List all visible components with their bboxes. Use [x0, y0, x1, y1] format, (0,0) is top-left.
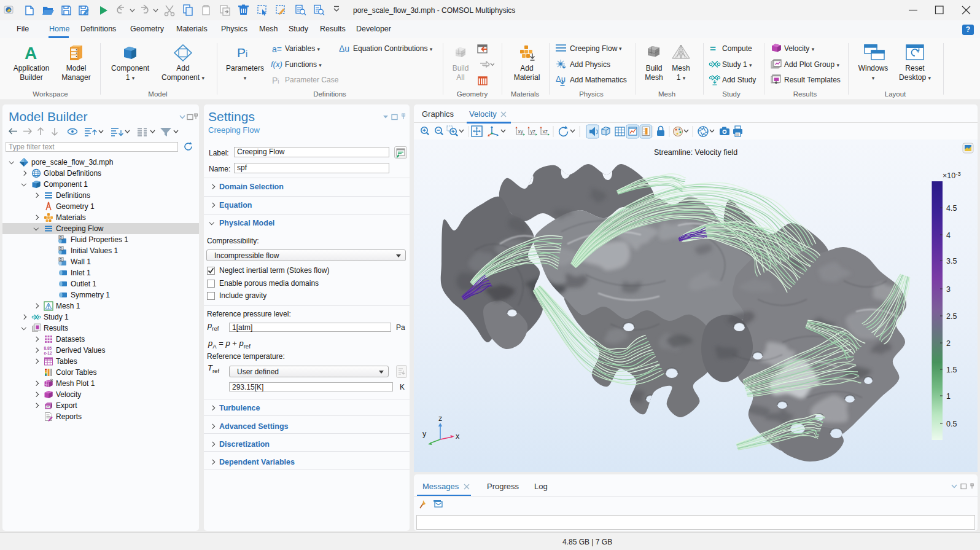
svg-text:xy: xy	[518, 128, 524, 135]
svg-text:2.5: 2.5	[946, 312, 957, 321]
svg-text:2: 2	[946, 339, 951, 348]
svg-text:y: y	[422, 430, 427, 438]
svg-text:D: D	[60, 257, 62, 261]
svg-text:D: D	[60, 235, 62, 239]
svg-text:3.5: 3.5	[946, 257, 957, 265]
svg-text:4.5: 4.5	[946, 204, 957, 213]
svg-text:0.5: 0.5	[946, 420, 957, 428]
svg-text:D: D	[60, 246, 62, 250]
svg-text:z: z	[438, 414, 442, 423]
svg-text:e-12: e-12	[44, 351, 52, 355]
svg-text:x: x	[456, 432, 460, 441]
svg-text:4: 4	[946, 231, 951, 240]
svg-text:1.5: 1.5	[946, 366, 957, 374]
svg-text:yz: yz	[531, 128, 536, 135]
svg-text:1: 1	[946, 392, 951, 401]
svg-text:xz: xz	[543, 128, 548, 135]
svg-text:Streamline: Velocity field: Streamline: Velocity field	[654, 148, 737, 157]
svg-text:3: 3	[946, 285, 951, 294]
svg-text:8.85: 8.85	[44, 346, 52, 350]
